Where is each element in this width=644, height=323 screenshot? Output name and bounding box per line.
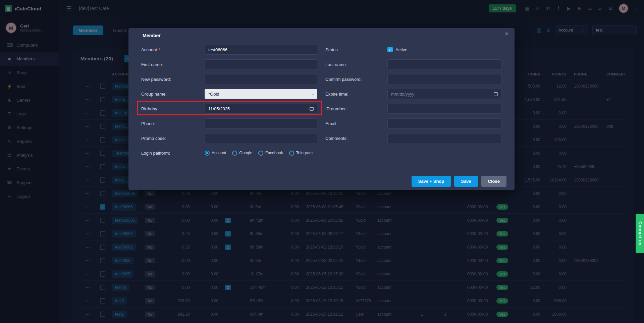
account-input[interactable]	[205, 45, 317, 55]
save-button[interactable]: Save	[454, 176, 478, 187]
id-number-label: ID number:	[325, 106, 387, 111]
group-name-value: *Gold	[208, 92, 219, 97]
contact-us-tab[interactable]: Contact us	[636, 214, 644, 253]
new-password-input[interactable]	[205, 74, 317, 84]
expire-time-input[interactable]: mm/dd/yyyy	[387, 89, 501, 99]
first-name-label: First name:	[141, 62, 205, 67]
active-checkbox[interactable]: ✓	[387, 47, 393, 52]
required-mark: *	[159, 47, 160, 52]
radio-icon	[289, 151, 294, 156]
platform-label: Google	[239, 151, 252, 155]
comments-input[interactable]	[387, 133, 501, 143]
birthday-input[interactable]: 11/05/2025	[205, 104, 317, 114]
radio-icon	[258, 151, 263, 156]
platform-label: Account	[212, 151, 226, 155]
birthday-label: Birthday:	[141, 106, 205, 111]
chevron-down-icon: ⌄	[311, 92, 314, 96]
email-input[interactable]	[387, 118, 501, 128]
group-name-label: Group name:	[141, 92, 205, 97]
member-form: Account:* Status ✓ Active First name: La…	[141, 42, 501, 160]
status-label: Status	[325, 47, 387, 52]
confirm-password-input[interactable]	[387, 74, 501, 84]
platform-radio-telegram[interactable]: Telegram	[289, 151, 313, 156]
login-platform-label: Login paltform:	[141, 151, 205, 156]
expire-time-placeholder: mm/dd/yyyy	[391, 92, 414, 97]
confirm-password-label: Confirm password:	[325, 77, 387, 82]
contact-us-label: Contact us	[638, 221, 642, 246]
platform-label: Facebook	[265, 151, 283, 155]
new-password-label: New password:	[141, 77, 205, 82]
comments-label: Comments:	[325, 136, 387, 141]
promo-code-input[interactable]	[205, 133, 317, 143]
first-name-input[interactable]	[205, 59, 317, 69]
member-modal: Member ✕ Account:* Status ✓ Active First…	[128, 28, 515, 190]
expire-time-label: Expire time:	[325, 92, 387, 97]
close-icon[interactable]: ✕	[504, 31, 508, 37]
close-button[interactable]: Close	[481, 176, 506, 187]
id-number-input[interactable]	[387, 104, 501, 114]
save-shop-button[interactable]: Save + Shop	[412, 176, 451, 187]
platform-label: Telegram	[296, 151, 313, 155]
email-label: Email:	[325, 121, 387, 126]
active-label: Active	[395, 47, 407, 52]
group-name-select[interactable]: *Gold ⌄	[205, 89, 317, 99]
radio-icon	[232, 151, 237, 156]
birthday-value: 11/05/2025	[208, 106, 230, 111]
platform-radio-facebook[interactable]: Facebook	[258, 151, 283, 156]
status-field: ✓ Active	[387, 47, 501, 52]
last-name-input[interactable]	[387, 59, 501, 69]
phone-label: Phone:	[141, 121, 205, 126]
account-label: Account:*	[141, 47, 205, 52]
modal-buttons: Save + Shop Save Close	[412, 176, 506, 187]
platform-radio-google[interactable]: Google	[232, 151, 252, 156]
login-platform-group: AccountGoogleFacebookTelegram	[205, 151, 501, 156]
calendar-icon	[310, 107, 314, 111]
phone-input[interactable]	[205, 118, 317, 128]
promo-code-label: Promo code:	[141, 136, 205, 141]
calendar-icon	[494, 92, 498, 96]
modal-title: Member	[143, 33, 161, 38]
radio-icon	[205, 151, 210, 156]
platform-radio-account[interactable]: Account	[205, 151, 226, 156]
last-name-label: Last name:	[325, 62, 387, 67]
